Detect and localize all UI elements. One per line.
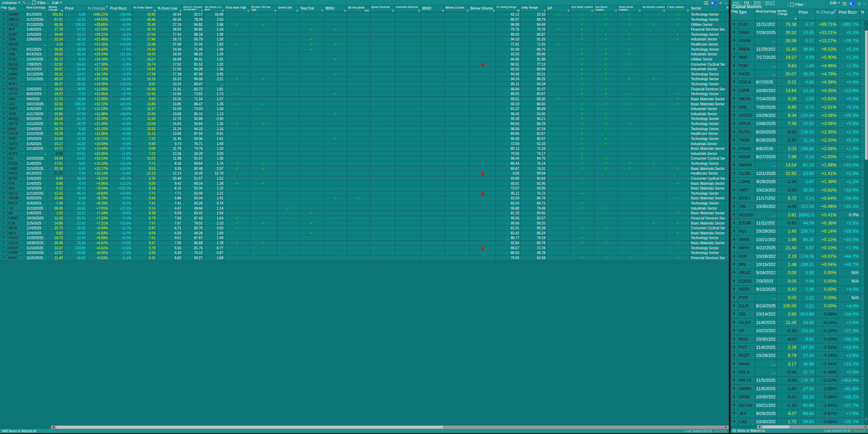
table-row[interactable]: ⚑SERV11/6/202515.1714.20+10.59%+6.6%8.90…	[0, 141, 729, 146]
flag-icon[interactable]: ⚑	[2, 32, 5, 37]
flag-icon[interactable]: ⚑	[732, 219, 736, 227]
table-row[interactable]: ⚑SBSW6/20/202510.489.48+8.79%+0.9%5.695.…	[0, 196, 729, 201]
flag-cell[interactable]: ⚑	[0, 231, 7, 236]
flag-icon[interactable]: ⚑	[2, 22, 5, 27]
flag-icon[interactable]: ⚑	[2, 77, 5, 81]
flag-cell[interactable]: ⚑	[731, 54, 738, 62]
column-header-weekly-change[interactable]: Weekly ChangeW	[777, 9, 798, 20]
flag-cell[interactable]: ⚑	[731, 186, 738, 194]
table-row[interactable]: ⚑FVRR10/29/202512.6726.86+6.55%+1.4%3.95…	[0, 251, 729, 256]
flag-icon[interactable]: ⚑	[2, 131, 5, 136]
flag-cell[interactable]: ⚑	[0, 181, 7, 186]
flag-cell[interactable]: ⚑	[0, 151, 7, 157]
flag-cell[interactable]: ⚑	[731, 145, 738, 153]
flag-icon[interactable]: ⚑	[732, 360, 736, 368]
flag-icon[interactable]: ⚑	[2, 196, 5, 200]
table-row[interactable]: ⚑NNE8/14/202534.6345.56+19.24%+21.2%19.2…	[0, 52, 729, 57]
flag-cell[interactable]: ⚑	[0, 122, 7, 127]
table-row[interactable]: ⚑NEGG7/28/202522.8154.58+17.30%+0.8%16.7…	[0, 62, 729, 67]
flag-icon[interactable]: ⚑	[2, 231, 5, 235]
flag-icon[interactable]: ⚑	[2, 72, 5, 76]
flag-cell[interactable]: ⚑	[0, 216, 7, 221]
table-row[interactable]: ⚑MS10/15/2021.48159.31+0.04%+49.7%	[731, 260, 865, 269]
column-header-pct-change[interactable]: % Change	[87, 5, 109, 12]
filter-toggle[interactable]: Filter	[32, 1, 45, 5]
flag-cell[interactable]: ⚑	[0, 126, 7, 131]
table-row[interactable]: ⚑GS.A...-0.9621.70-0.46%+0.0%	[731, 368, 865, 376]
table-row[interactable]: ⚑JRUC5/16/20220.003.990.00%N/A	[731, 269, 865, 277]
table-row[interactable]: ⚑LEU10/27/202532.92296.02+12.72%+10.1%13…	[0, 102, 729, 107]
table-row[interactable]: ⚑QMCO11/12/202557.0712.22+44.62%+18.6%40…	[0, 17, 729, 22]
flag-cell[interactable]: ⚑	[731, 161, 738, 169]
table-row[interactable]: ⚑SCHW10/21/202-1.1592.68-0.64%+27.7%	[731, 401, 865, 410]
column-header-upside-reversal[interactable]: Upside ReversalD	[370, 5, 395, 12]
flag-cell[interactable]: ⚑	[731, 269, 738, 277]
table-row[interactable]: ⚑BTBT11/17/2025.723.14+0.64%+34.9%	[731, 194, 865, 202]
flag-cell[interactable]: ⚑	[0, 191, 7, 196]
flag-cell[interactable]: ⚑	[731, 236, 738, 244]
table-row[interactable]: ⚑CDE11/5/202514.8617.47+7.31%+25.6%7.377…	[0, 221, 729, 226]
flag-cell[interactable]: ⚑	[731, 103, 738, 111]
table-row[interactable]: ⚑HMY9/4/202512.7516.88+12.90%+40.4%9.601…	[0, 97, 729, 102]
flag-icon[interactable]: ⚑	[2, 236, 5, 240]
table-row[interactable]: ⚑BMNR...13.5461.15+1.98%+10.0%	[731, 161, 865, 169]
table-row[interactable]: ⚑RGTI11/11/202549.2428.49+15.16%+4.3%15.…	[0, 77, 729, 82]
flag-cell[interactable]: ⚑	[731, 410, 738, 418]
flag-cell[interactable]: ⚑	[731, 211, 738, 219]
flag-cell[interactable]: ⚑	[0, 166, 7, 171]
flag-cell[interactable]: ⚑	[731, 302, 738, 310]
table-row[interactable]: ⚑MIAX...3.1738.69-0.44%+19.2%	[731, 360, 865, 368]
menu-icon[interactable]	[704, 1, 708, 5]
flag-icon[interactable]: ⚑	[732, 21, 736, 28]
flag-icon[interactable]: ⚑	[732, 244, 736, 252]
flag-icon[interactable]: ⚑	[2, 137, 5, 141]
flag-icon[interactable]: ⚑	[2, 246, 5, 250]
flag-icon[interactable]: ⚑	[2, 221, 5, 225]
flag-icon[interactable]: ⚑	[2, 57, 5, 61]
flag-icon[interactable]: ⚑	[732, 402, 736, 409]
column-header-one-year-leaders[interactable]: 1 Year LeadersD	[666, 5, 690, 12]
table-row[interactable]: ⚑WAI7/17/202519.273.59+5.90%+1.2%	[731, 54, 865, 62]
flag-cell[interactable]: ⚑	[0, 201, 7, 206]
flag-icon[interactable]: ⚑	[732, 410, 736, 417]
flag-icon[interactable]: ⚑	[2, 107, 5, 111]
table-row[interactable]: ⚑FLNC11/24/202530.729.36+18.18%+1.7%16.2…	[0, 57, 729, 62]
flag-icon[interactable]: ⚑	[732, 302, 736, 310]
flag-cell[interactable]: ⚑	[0, 72, 7, 77]
table-row[interactable]: ⚑UMAC11/13/202520.3212.97+16.74%+3.6%17.…	[0, 72, 729, 77]
flag-icon[interactable]: ⚑	[732, 137, 736, 144]
column-header-post-buzz[interactable]: Post Buzz	[838, 9, 860, 20]
flag-cell[interactable]: ⚑	[0, 251, 7, 256]
edit-menu[interactable]: Edit ▼	[52, 1, 62, 5]
table-row[interactable]: ⚑APLD10/8/20257.3820.52+3.06%+5.6%	[731, 120, 865, 128]
table-row[interactable]: ⚑SAIH7/28/202535.5210.95+33.21%+5.3%	[731, 29, 865, 37]
flag-cell[interactable]: ⚑	[0, 256, 7, 261]
flag-cell[interactable]: ⚑	[731, 37, 738, 45]
flag-icon[interactable]: ⚑	[732, 327, 736, 334]
flag-icon[interactable]: ⚑	[732, 418, 736, 425]
flag-cell[interactable]: ⚑	[0, 22, 7, 27]
resort-button[interactable]: Re-Sort	[715, 429, 726, 433]
flag-icon[interactable]: ⚑	[2, 17, 5, 22]
table-row[interactable]: ⚑MGNI11/6/20258.9426.08+9.21%+45.2%9.351…	[0, 176, 729, 181]
flag-cell[interactable]: ⚑	[731, 360, 738, 368]
table-row[interactable]: ⚑ASTS11/13/202512.1945.10+8.83%+14.4%7.7…	[0, 191, 729, 196]
flag-cell[interactable]: ⚑	[731, 244, 738, 252]
flag-cell[interactable]: ⚑	[731, 78, 738, 87]
flag-icon[interactable]: ⚑	[2, 186, 5, 191]
flag-icon[interactable]: ⚑	[2, 92, 5, 96]
flag-icon[interactable]: ⚑	[2, 206, 5, 211]
table-row[interactable]: ⚑BKSY11/6/20257.4621.02+8.18%+8.7%7.417.…	[0, 201, 729, 206]
flag-icon[interactable]: ⚑	[2, 191, 5, 196]
flag-icon[interactable]: ⚑	[2, 37, 5, 41]
filter-checkbox[interactable]	[32, 1, 36, 4]
flag-cell[interactable]: ⚑	[731, 385, 738, 393]
flag-cell[interactable]: ⚑	[731, 153, 738, 161]
table-row[interactable]: ⚑IREN11/25/202511.4038.69+6.53%+5.2%5.31…	[0, 256, 729, 261]
flag-cell[interactable]: ⚑	[731, 70, 738, 78]
flag-icon[interactable]: ⚑	[732, 178, 736, 185]
menu-icon[interactable]	[843, 1, 847, 6]
column-header-3bbd[interactable]: 3BBDD	[421, 5, 445, 12]
flag-icon[interactable]: ⚑	[2, 211, 5, 215]
table-row[interactable]: ⚑PYS...0.001.220.00%N/A	[731, 294, 865, 302]
